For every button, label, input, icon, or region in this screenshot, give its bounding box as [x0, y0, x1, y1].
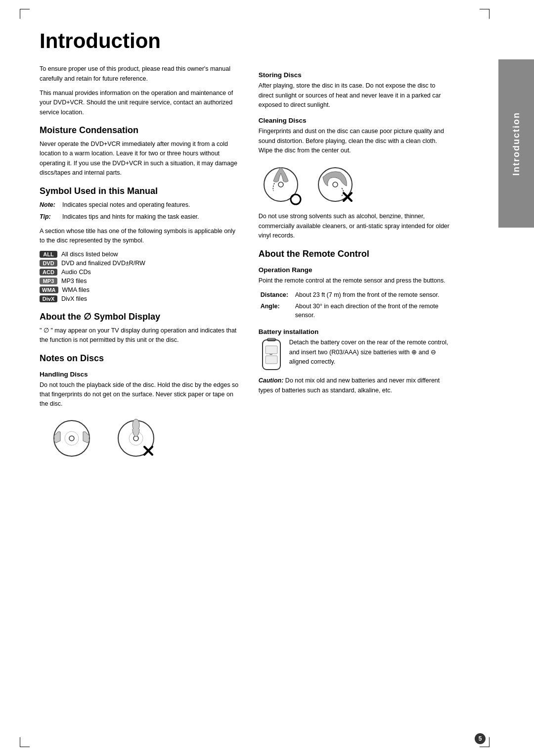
disc-handle-illustrations	[49, 416, 241, 461]
cleaning-solvents-body: Do not use strong solvents such as alcoh…	[259, 212, 450, 240]
op-range-table: Distance: About 23 ft (7 m) from the fro…	[259, 289, 450, 321]
page-number: 5	[475, 733, 486, 744]
tip-row: Tip: Indicates tips and hints for making…	[40, 212, 241, 222]
badge-mp3: MP3	[40, 278, 57, 284]
badge-item-dvd: DVD DVD and finalized DVD±R/RW	[40, 260, 241, 267]
side-tab: Introduction	[498, 59, 534, 228]
svg-point-13	[333, 182, 338, 187]
battery-svg-icon: ⊕ ⊖	[259, 338, 284, 372]
no-symbol-heading: About the ∅ Symbol Display	[40, 311, 241, 322]
moisture-heading: Moisture Condensation	[40, 125, 241, 136]
svg-rect-21	[266, 356, 277, 364]
two-column-layout: To ensure proper use of this product, pl…	[40, 64, 450, 465]
badge-wma-label: WMA files	[62, 286, 90, 293]
storing-discs-body: After playing, store the disc in its cas…	[259, 81, 450, 110]
angle-row: Angle: About 30° in each direction of th…	[259, 301, 450, 322]
angle-body: About 30° in each direction of the front…	[293, 301, 450, 322]
disc-handle-correct-icon	[49, 416, 94, 461]
badge-item-divx: DivX DivX files	[40, 295, 241, 302]
badge-list: ALL All discs listed below DVD DVD and f…	[40, 251, 241, 302]
no-symbol-body: " ∅ " may appear on your TV display duri…	[40, 326, 241, 345]
battery-section: ⊕ ⊖ Detach the battery cover on the rear…	[259, 338, 450, 376]
badge-acd-label: Audio CDs	[61, 269, 91, 276]
op-range-body: Point the remote control at the remote s…	[259, 276, 450, 285]
svg-rect-20	[266, 346, 277, 354]
cleaning-discs-body: Fingerprints and dust on the disc can ca…	[259, 127, 450, 155]
side-tab-label: Introduction	[511, 112, 522, 176]
disc-clean-correct-icon	[259, 162, 303, 207]
symbol-section-para: A section whose title has one of the fol…	[40, 227, 241, 246]
badge-dvd-label: DVD and finalized DVD±R/RW	[61, 260, 145, 267]
distance-row: Distance: About 23 ft (7 m) from the fro…	[259, 289, 450, 301]
distance-body: About 23 ft (7 m) from the front of the …	[293, 289, 450, 301]
battery-body: Detach the battery cover on the rear of …	[259, 338, 450, 367]
left-column: To ensure proper use of this product, pl…	[40, 64, 241, 465]
svg-point-2	[65, 431, 79, 445]
distance-label: Distance:	[259, 289, 293, 301]
svg-point-1	[69, 436, 74, 441]
badge-divx-label: DivX files	[61, 295, 87, 302]
badge-item-mp3: MP3 MP3 files	[40, 278, 241, 284]
badge-mp3-label: MP3 files	[61, 278, 87, 284]
remote-control-heading: About the Remote Control	[259, 249, 450, 259]
handling-discs-heading: Handling Discs	[40, 371, 241, 378]
badge-dvd: DVD	[40, 260, 57, 267]
right-column: Storing Discs After playing, store the d…	[259, 64, 450, 465]
disc-clean-wrong-icon	[313, 162, 357, 207]
notes-discs-heading: Notes on Discs	[40, 353, 241, 364]
badge-all: ALL	[40, 251, 57, 258]
badge-item-all: ALL All discs listed below	[40, 251, 241, 258]
handling-discs-body: Do not touch the playback side of the di…	[40, 380, 241, 409]
battery-heading: Battery installation	[259, 328, 450, 335]
badge-divx: DivX	[40, 295, 57, 302]
main-content: Introduction To ensure proper use of thi…	[0, 0, 534, 494]
caution-label: Caution:	[259, 377, 284, 384]
caution-para: Caution: Do not mix old and new batterie…	[259, 376, 450, 395]
corner-mark-bl	[20, 737, 30, 747]
page-title: Introduction	[40, 30, 450, 52]
badge-item-wma: WMA WMA files	[40, 286, 241, 293]
corner-mark-tr	[480, 9, 490, 19]
note-row: Note: Indicates special notes and operat…	[40, 200, 241, 210]
storing-discs-heading: Storing Discs	[259, 71, 450, 79]
op-range-heading: Operation Range	[259, 266, 450, 274]
svg-point-11	[291, 194, 301, 204]
angle-label: Angle:	[259, 301, 293, 322]
disc-clean-illustrations	[259, 162, 450, 207]
caution-body: Do not mix old and new batteries and nev…	[259, 377, 440, 393]
badge-acd: ACD	[40, 269, 57, 276]
badge-all-label: All discs listed below	[61, 251, 118, 258]
note-text: Indicates special notes and operating fe…	[62, 200, 241, 210]
disc-handle-wrong-icon	[114, 416, 158, 461]
intro-para-2: This manual provides information on the …	[40, 89, 241, 117]
tip-text: Indicates tips and hints for making the …	[62, 212, 241, 222]
svg-point-10	[278, 182, 283, 187]
badge-wma: WMA	[40, 286, 58, 293]
note-label: Note:	[40, 200, 58, 210]
corner-mark-tl	[20, 9, 30, 19]
symbol-manual-heading: Symbol Used in this Manual	[40, 186, 241, 196]
moisture-body: Never operate the DVD+VCR immediately af…	[40, 140, 241, 178]
battery-illustration: ⊕ ⊖	[259, 338, 284, 373]
tip-label: Tip:	[40, 212, 58, 222]
cleaning-discs-heading: Cleaning Discs	[259, 117, 450, 124]
badge-item-acd: ACD Audio CDs	[40, 269, 241, 276]
intro-para-1: To ensure proper use of this product, pl…	[40, 64, 241, 84]
